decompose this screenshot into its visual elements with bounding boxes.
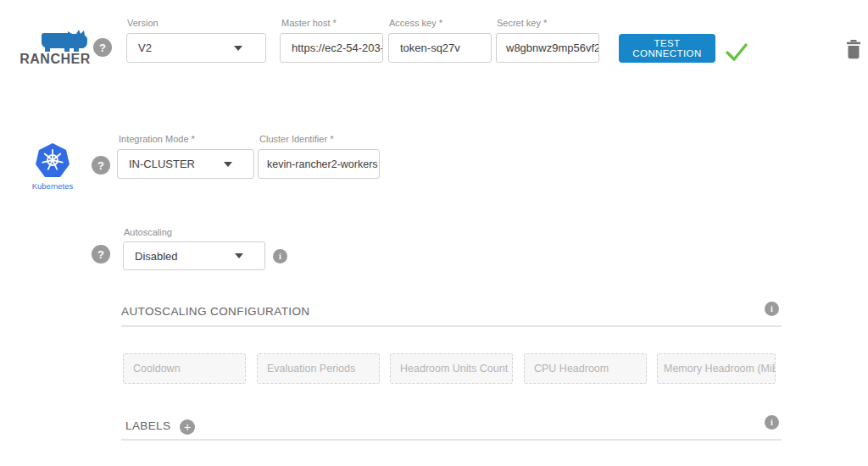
access-key-input[interactable]: token-sq27v xyxy=(388,33,492,63)
check-icon xyxy=(725,42,748,64)
question-mark-icon[interactable]: ? xyxy=(92,156,110,175)
autoscaling-label: Autoscaling xyxy=(124,227,172,237)
labels-header: LABELS xyxy=(125,419,170,432)
chevron-down-icon xyxy=(224,162,232,167)
master-host-input[interactable]: https://ec2-54-203- xyxy=(280,33,383,63)
autoscaling-select[interactable]: Disabled xyxy=(123,241,265,270)
plus-icon[interactable]: + xyxy=(180,419,195,435)
section-divider xyxy=(121,325,782,327)
trash-icon[interactable] xyxy=(846,39,861,63)
cooldown-input-disabled: Cooldown xyxy=(123,353,246,384)
rancher-logo xyxy=(37,28,90,52)
autoscaling-value: Disabled xyxy=(135,250,178,263)
secret-key-input[interactable]: w8gbnwz9mp56vf2 xyxy=(496,33,599,63)
access-key-label: Access key * xyxy=(389,18,442,28)
cluster-identifier-input[interactable]: kevin-rancher2-workers xyxy=(258,149,380,179)
info-icon[interactable]: i xyxy=(765,415,779,430)
rancher-logo-text: RANCHER xyxy=(17,52,93,67)
test-connection-button[interactable]: TEST CONNECTION xyxy=(619,34,715,63)
evaluation-periods-input-disabled: Evaluation Periods xyxy=(257,353,380,384)
kubernetes-logo xyxy=(34,142,71,180)
integration-mode-select[interactable]: IN-CLUSTER xyxy=(117,149,254,179)
integration-config-page: RANCHER ? Version V2 Master host * https… xyxy=(0,0,868,466)
access-key-value: token-sq27v xyxy=(400,42,460,54)
cluster-identifier-label: Cluster Identifier * xyxy=(259,134,333,144)
rancher-bull-icon xyxy=(37,28,90,52)
info-icon[interactable]: i xyxy=(765,302,779,316)
integration-mode-label: Integration Mode * xyxy=(119,134,195,144)
cluster-identifier-value: kevin-rancher2-workers xyxy=(267,158,378,170)
headroom-units-count-input-disabled: Headroom Units Count xyxy=(390,353,513,384)
master-host-label: Master host * xyxy=(281,18,337,28)
kubernetes-logo-label: Kubernetes xyxy=(23,181,82,191)
memory-headroom-input-disabled: Memory Headroom (MiB) xyxy=(657,353,776,384)
version-label: Version xyxy=(127,18,159,28)
question-mark-icon[interactable]: ? xyxy=(92,245,110,264)
integration-mode-value: IN-CLUSTER xyxy=(129,158,195,170)
master-host-value: https://ec2-54-203- xyxy=(292,42,383,54)
version-value: V2 xyxy=(138,42,152,54)
question-mark-icon[interactable]: ? xyxy=(93,38,112,57)
info-icon[interactable]: i xyxy=(273,249,287,264)
cpu-headroom-input-disabled: CPU Headroom xyxy=(524,353,647,384)
secret-key-label: Secret key * xyxy=(497,18,547,28)
kubernetes-wheel-icon xyxy=(34,142,71,180)
section-divider xyxy=(121,439,782,441)
secret-key-value: w8gbnwz9mp56vf2 xyxy=(506,42,599,54)
chevron-down-icon xyxy=(234,46,242,51)
version-select[interactable]: V2 xyxy=(126,33,266,63)
autoscaling-configuration-header: AUTOSCALING CONFIGURATION xyxy=(121,305,310,318)
chevron-down-icon xyxy=(235,253,243,258)
